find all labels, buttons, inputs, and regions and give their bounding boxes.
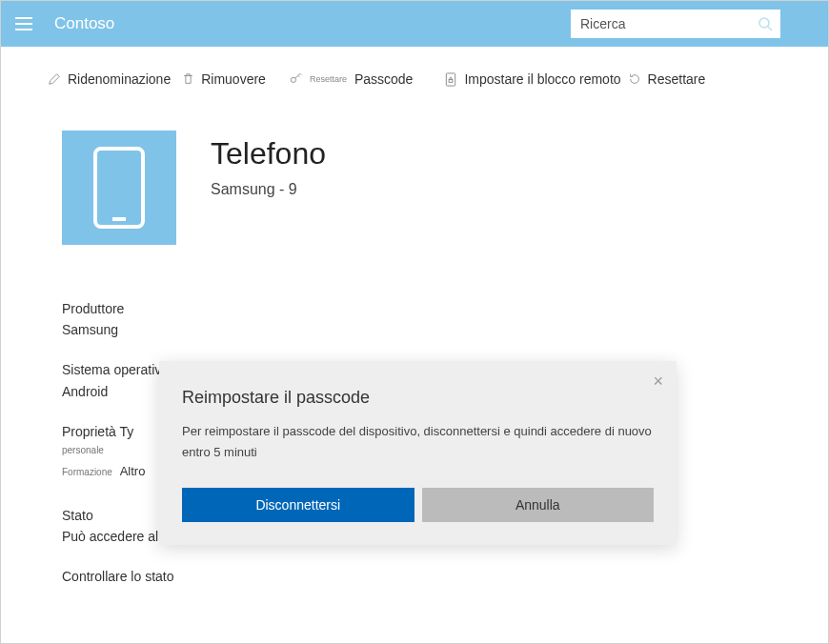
- search-icon: [758, 16, 773, 31]
- close-icon[interactable]: ×: [653, 372, 663, 390]
- remove-command[interactable]: Rimuovere: [180, 71, 266, 87]
- rename-label: Ridenominazione: [68, 71, 171, 87]
- reset-label: Resettare: [648, 71, 706, 87]
- reset-tiny-label: Resettare: [310, 74, 347, 84]
- phone-icon: [91, 145, 147, 231]
- check-status-link[interactable]: Controllare lo stato: [62, 568, 828, 585]
- app-header: Contoso: [1, 1, 828, 47]
- device-title: Telefono: [211, 136, 326, 171]
- app-title: Contoso: [54, 14, 114, 33]
- passcode-label: Passcode: [354, 71, 413, 87]
- svg-line-1: [768, 27, 772, 30]
- device-header: Telefono Samsung - 9: [1, 96, 828, 245]
- lock-device-icon: [443, 71, 458, 87]
- cancel-button[interactable]: Annulla: [422, 488, 655, 522]
- pencil-icon: [47, 71, 62, 87]
- reset-command[interactable]: Resettare: [627, 71, 706, 87]
- device-subtitle: Samsung - 9: [211, 181, 326, 198]
- svg-rect-5: [95, 149, 143, 227]
- prop-manufacturer: Produttore Samsung: [62, 300, 828, 338]
- other-label: Altro: [120, 464, 146, 478]
- svg-rect-4: [450, 79, 454, 82]
- menu-button[interactable]: [10, 10, 37, 37]
- svg-point-2: [292, 77, 296, 82]
- dialog-body: Per reimpostare il passcode del disposit…: [182, 421, 654, 463]
- remote-lock-command[interactable]: Impostare il blocco remoto: [443, 71, 620, 87]
- manufacturer-label: Produttore: [62, 300, 828, 317]
- rename-command[interactable]: Ridenominazione: [47, 71, 171, 87]
- trash-icon: [180, 71, 195, 87]
- reset-icon: [627, 71, 642, 87]
- signout-button[interactable]: Disconnettersi: [182, 488, 414, 522]
- dialog-title: Reimpostare il passcode: [182, 388, 654, 408]
- training-tiny: Formazione: [62, 467, 112, 477]
- device-tile: [62, 131, 176, 245]
- svg-point-0: [759, 18, 769, 28]
- remote-lock-label: Impostare il blocco remoto: [464, 71, 620, 87]
- command-bar: Ridenominazione Rimuovere Resettare Pass…: [1, 47, 828, 96]
- passcode-command[interactable]: Resettare Passcode: [289, 71, 414, 87]
- key-icon: [289, 71, 304, 87]
- search-input[interactable]: [580, 16, 758, 31]
- search-box[interactable]: [571, 10, 780, 38]
- remove-label: Rimuovere: [201, 71, 266, 87]
- manufacturer-value: Samsung: [62, 321, 828, 338]
- reset-passcode-dialog: × Reimpostare il passcode Per reimpostar…: [159, 361, 677, 545]
